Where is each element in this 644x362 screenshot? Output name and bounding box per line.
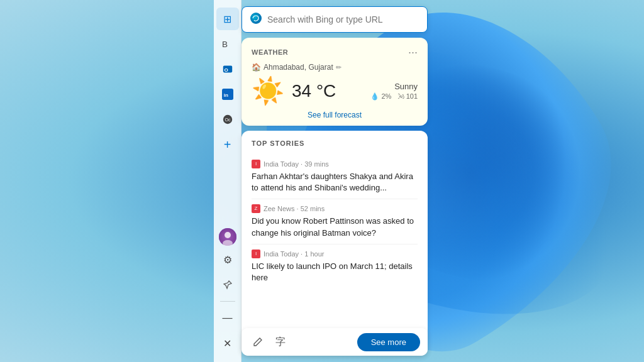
news-source-icon: I bbox=[252, 160, 260, 168]
weather-stats: 💧 2% 🌬 101 bbox=[370, 92, 418, 101]
bing-icon[interactable]: B bbox=[216, 33, 239, 55]
main-panel: WEATHER ··· 🏠 Ahmadabad, Gujarat ✏ ☀️ 34… bbox=[242, 6, 428, 356]
news-items-container: IIndia Today · 39 minsFarhan Akhtar's da… bbox=[252, 155, 418, 288]
news-source-name: India Today · 39 mins bbox=[264, 160, 329, 168]
news-source: ZZee News · 52 mins bbox=[252, 204, 418, 213]
settings-icon[interactable]: ⚙ bbox=[216, 248, 239, 271]
wind-icon: 🌬 bbox=[397, 92, 404, 100]
user-avatar[interactable] bbox=[219, 228, 236, 246]
svg-text:B: B bbox=[222, 40, 228, 49]
svg-text:O: O bbox=[224, 67, 228, 73]
bottom-bar: 字 See more bbox=[242, 328, 428, 356]
svg-text:Oc: Oc bbox=[225, 117, 231, 123]
home-icon: 🏠 bbox=[252, 63, 261, 72]
edit-icon[interactable] bbox=[249, 333, 267, 351]
wind-value: 101 bbox=[406, 92, 418, 100]
sidebar: ⊞ B O in Oc + ⚙ bbox=[214, 0, 242, 362]
edge-browser-icon bbox=[250, 12, 262, 27]
weather-label: WEATHER bbox=[252, 48, 288, 56]
minimize-icon[interactable]: — bbox=[216, 307, 239, 329]
humidity-icon: 💧 bbox=[370, 92, 379, 100]
close-icon[interactable]: ✕ bbox=[216, 332, 239, 354]
news-source: IIndia Today · 1 hour bbox=[252, 250, 418, 258]
news-source-icon: I bbox=[252, 250, 260, 258]
weather-sun-icon: ☀️ bbox=[252, 78, 284, 104]
search-input[interactable] bbox=[267, 14, 419, 25]
github-icon[interactable]: Oc bbox=[216, 108, 239, 131]
news-title: Farhan Akhtar's daughters Shakya and Aki… bbox=[252, 171, 418, 194]
search-bar[interactable] bbox=[242, 6, 428, 33]
outlook-icon[interactable]: O bbox=[216, 58, 239, 80]
linkedin-icon[interactable]: in bbox=[216, 83, 239, 106]
weather-more-button[interactable]: ··· bbox=[408, 47, 418, 58]
weather-body: ☀️ 34 °C Sunny 💧 2% 🌬 101 bbox=[252, 78, 418, 104]
edit-location-icon[interactable]: ✏ bbox=[336, 63, 341, 72]
humidity-value: 2% bbox=[382, 92, 392, 100]
news-header: TOP STORIES bbox=[252, 140, 418, 147]
weather-condition: Sunny bbox=[370, 82, 418, 91]
news-source: IIndia Today · 39 mins bbox=[252, 160, 418, 168]
news-source-icon: Z bbox=[252, 204, 260, 213]
news-title: LIC likely to launch IPO on March 11; de… bbox=[252, 261, 418, 283]
news-item[interactable]: ZZee News · 52 minsDid you know Robert P… bbox=[252, 199, 418, 244]
news-source-name: Zee News · 52 mins bbox=[264, 205, 325, 212]
svg-text:in: in bbox=[223, 92, 228, 98]
pin-icon[interactable] bbox=[216, 273, 239, 296]
svg-point-8 bbox=[225, 232, 231, 238]
news-title: Did you know Robert Pattinson was asked … bbox=[252, 216, 418, 238]
weather-location: 🏠 Ahmadabad, Gujarat ✏ bbox=[252, 63, 418, 72]
news-item[interactable]: IIndia Today · 1 hourLIC likely to launc… bbox=[252, 244, 418, 288]
add-widget-icon[interactable]: + bbox=[216, 133, 239, 156]
weather-card: WEATHER ··· 🏠 Ahmadabad, Gujarat ✏ ☀️ 34… bbox=[242, 38, 428, 126]
sidebar-divider bbox=[220, 301, 235, 302]
widgets-icon[interactable]: ⊞ bbox=[216, 8, 239, 30]
news-item[interactable]: IIndia Today · 39 minsFarhan Akhtar's da… bbox=[252, 155, 418, 199]
see-more-button[interactable]: See more bbox=[357, 333, 420, 351]
weather-temperature: 34 °C bbox=[292, 81, 336, 101]
news-card: TOP STORIES IIndia Today · 39 minsFarhan… bbox=[242, 131, 428, 356]
weather-forecast-link[interactable]: See full forecast bbox=[252, 111, 418, 119]
translate-icon[interactable]: 字 bbox=[272, 333, 289, 351]
news-source-name: India Today · 1 hour bbox=[264, 250, 324, 258]
weather-details: Sunny 💧 2% 🌬 101 bbox=[370, 82, 418, 101]
svg-point-10 bbox=[250, 13, 262, 24]
